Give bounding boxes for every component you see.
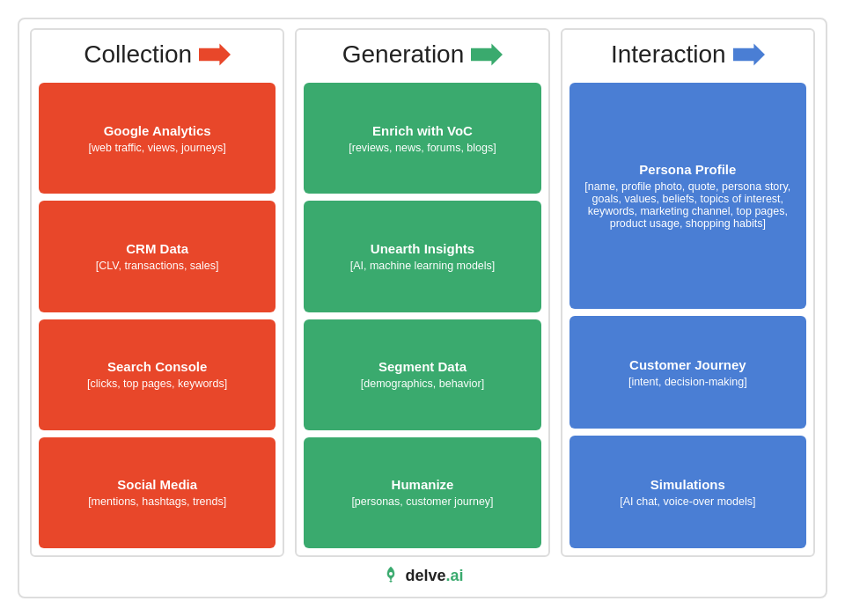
card-title-interaction-2: Simulations: [650, 477, 725, 492]
card-interaction-2: Simulations[AI chat, voice-over models]: [569, 436, 806, 548]
svg-point-3: [389, 572, 393, 576]
card-generation-3: Humanize[personas, customer journey]: [304, 437, 540, 548]
card-generation-2: Segment Data[demographics, behavior]: [304, 319, 540, 430]
generation-arrow-icon: [471, 42, 503, 67]
generation-title: Generation: [342, 40, 465, 69]
card-collection-0: Google Analytics[web traffic, views, jou…: [39, 83, 276, 194]
card-collection-3: Social Media[mentions, hashtags, trends]: [39, 437, 276, 548]
brand-icon: [381, 564, 400, 588]
card-title-interaction-1: Customer Journey: [629, 357, 746, 372]
main-container: Collection Google Analytics[web traffic,…: [18, 18, 827, 598]
card-sub-collection-2: [clicks, top pages, keywords]: [87, 378, 227, 390]
card-title-generation-0: Enrich with VoC: [372, 123, 473, 138]
footer: delve.ai: [30, 557, 815, 590]
card-interaction-0: Persona Profile[name, profile photo, quo…: [569, 83, 806, 309]
footer-logo: delve.ai: [381, 564, 463, 588]
card-title-collection-1: CRM Data: [126, 241, 188, 256]
card-sub-collection-1: [CLV, transactions, sales]: [96, 260, 219, 272]
card-sub-generation-0: [reviews, news, forums, blogs]: [349, 142, 496, 154]
column-interaction: Interaction Persona Profile[name, profil…: [561, 28, 815, 557]
collection-arrow-icon: [199, 42, 231, 67]
collection-title: Collection: [84, 40, 192, 69]
card-title-collection-0: Google Analytics: [104, 123, 211, 138]
card-title-generation-3: Humanize: [392, 477, 454, 492]
card-collection-1: CRM Data[CLV, transactions, sales]: [39, 201, 276, 312]
card-sub-generation-3: [personas, customer journey]: [351, 495, 493, 508]
card-collection-2: Search Console[clicks, top pages, keywor…: [39, 319, 276, 430]
interaction-header: Interaction: [569, 37, 806, 76]
card-title-interaction-0: Persona Profile: [639, 162, 736, 177]
card-title-collection-3: Social Media: [117, 477, 197, 492]
interaction-title: Interaction: [611, 40, 726, 69]
generation-header: Generation: [304, 37, 540, 76]
card-generation-0: Enrich with VoC[reviews, news, forums, b…: [304, 83, 540, 194]
card-sub-collection-3: [mentions, hashtags, trends]: [88, 495, 226, 508]
column-collection: Collection Google Analytics[web traffic,…: [30, 28, 284, 557]
card-sub-interaction-0: [name, profile photo, quote, persona sto…: [580, 180, 796, 230]
card-sub-collection-0: [web traffic, views, journeys]: [89, 142, 226, 154]
card-sub-generation-1: [AI, machine learning models]: [350, 260, 496, 272]
columns-row: Collection Google Analytics[web traffic,…: [30, 28, 815, 557]
card-interaction-1: Customer Journey[intent, decision-making…: [569, 316, 806, 429]
card-title-generation-2: Segment Data: [378, 359, 467, 374]
card-sub-interaction-1: [intent, decision-making]: [628, 376, 747, 388]
svg-marker-0: [199, 43, 231, 65]
card-title-generation-1: Unearth Insights: [371, 241, 474, 256]
svg-marker-1: [471, 43, 503, 65]
interaction-arrow-icon: [733, 42, 765, 67]
footer-brand-text: delve.ai: [405, 567, 463, 585]
column-generation: Generation Enrich with VoC[reviews, news…: [295, 28, 549, 557]
collection-header: Collection: [39, 37, 276, 76]
card-title-collection-2: Search Console: [107, 359, 207, 374]
svg-marker-2: [733, 43, 765, 65]
card-generation-1: Unearth Insights[AI, machine learning mo…: [304, 201, 540, 312]
card-sub-generation-2: [demographics, behavior]: [361, 378, 484, 390]
card-sub-interaction-2: [AI chat, voice-over models]: [620, 495, 755, 508]
